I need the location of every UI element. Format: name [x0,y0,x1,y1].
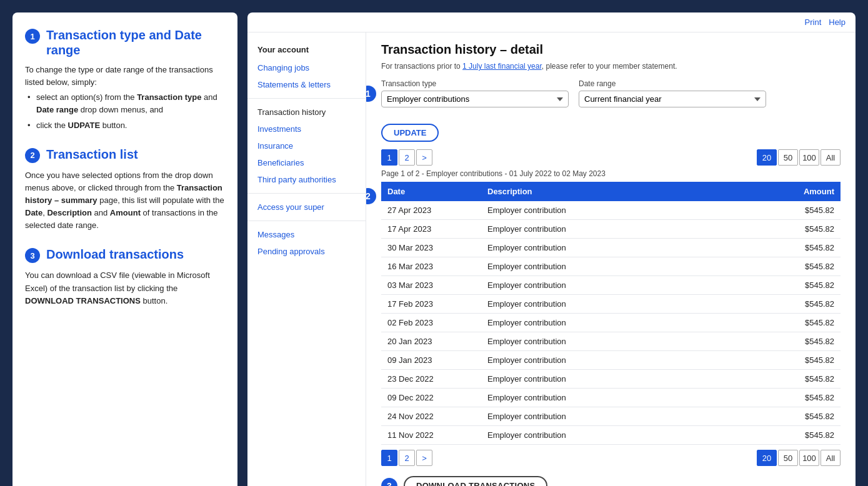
cell-description: Employer contribution [481,314,766,332]
sidebar-item-changing-jobs[interactable]: Changing jobs [247,59,366,76]
table-step-badge: 2 [366,188,376,204]
step-2-body: Once you have selected options from the … [25,169,225,232]
step-1-heading: 1 Transaction type and Date range [25,27,225,57]
step-3-body: You can download a CSV file (viewable in… [25,269,225,307]
table-row: 20 Jan 2023Employer contribution$545.82 [381,332,841,351]
cell-date: 02 Feb 2023 [381,314,481,332]
type-select[interactable]: Employer contributions Member contributi… [381,91,569,107]
table-row: 23 Dec 2022Employer contribution$545.82 [381,370,841,389]
sidebar-item-statements[interactable]: Statements & letters [247,76,366,93]
transaction-table: Date Description Amount 27 Apr 2023Emplo… [381,182,841,445]
cell-amount: $545.82 [766,426,841,445]
sidebar-item-investments[interactable]: Investments [247,121,366,137]
col-header-description: Description [481,182,766,201]
page-title: Transaction history – detail [381,42,841,57]
page-buttons-bottom: 1 2 > [381,450,432,466]
sidebar-item-pending[interactable]: Pending approvals [247,243,366,260]
per-page-50-bottom[interactable]: 50 [778,450,798,466]
nav-divider-1 [247,98,366,99]
cell-date: 20 Jan 2023 [381,332,481,351]
step-1-body: To change the type or date range of the … [25,64,225,132]
help-link[interactable]: Help [829,17,846,27]
sidebar-item-beneficiaries[interactable]: Beneficiaries [247,154,366,171]
col-header-amount: Amount [766,182,841,201]
table-body: 27 Apr 2023Employer contribution$545.821… [381,201,841,445]
per-page-20-bottom[interactable]: 20 [757,450,777,466]
step-1-title: Transaction type and Date range [46,27,225,57]
per-page-all-bottom[interactable]: All [821,450,841,466]
cell-amount: $545.82 [766,276,841,295]
per-page-20-top[interactable]: 20 [757,149,777,166]
cell-date: 17 Feb 2023 [381,295,481,314]
per-page-100-top[interactable]: 100 [799,149,819,166]
cell-date: 23 Dec 2022 [381,370,481,389]
step-2-heading: 2 Transaction list [25,147,225,163]
table-row: 16 Mar 2023Employer contribution$545.82 [381,257,841,276]
cell-description: Employer contribution [481,407,766,426]
cell-date: 24 Nov 2022 [381,407,481,426]
per-page-50-top[interactable]: 50 [778,149,798,166]
cell-amount: $545.82 [766,314,841,332]
cell-description: Employer contribution [481,276,766,295]
cell-description: Employer contribution [481,295,766,314]
step-2-title: Transaction list [46,147,138,162]
top-bar: Print Help [247,12,856,32]
cell-date: 09 Jan 2023 [381,351,481,370]
cell-description: Employer contribution [481,257,766,276]
cell-date: 09 Dec 2022 [381,389,481,407]
filter-step-badge: 1 [366,86,376,102]
page-btn-next-top[interactable]: > [416,149,432,166]
cell-amount: $545.82 [766,239,841,257]
cell-date: 27 Apr 2023 [381,201,481,220]
per-page-100-bottom[interactable]: 100 [799,450,819,466]
sidebar-item-access-super[interactable]: Access your super [247,199,366,216]
sidebar-item-messages[interactable]: Messages [247,226,366,243]
cell-description: Employer contribution [481,220,766,239]
table-row: 17 Feb 2023Employer contribution$545.82 [381,295,841,314]
cell-amount: $545.82 [766,389,841,407]
page-info: Page 1 of 2 - Employer contributions - 0… [381,169,841,178]
pagination-top: 1 2 > 20 50 100 All [381,149,841,166]
date-label: Date range [579,79,766,88]
step-3-heading: 3 Download transactions [25,247,225,263]
print-link[interactable]: Print [805,17,822,27]
cell-description: Employer contribution [481,332,766,351]
nav-divider-3 [247,221,366,221]
cell-description: Employer contribution [481,370,766,389]
step-1-section: 1 Transaction type and Date range To cha… [25,27,225,132]
cell-amount: $545.82 [766,370,841,389]
sidebar-item-transaction-history[interactable]: Transaction history [247,104,366,121]
date-select[interactable]: Current financial year Last financial ye… [579,91,766,107]
page-btn-2-top[interactable]: 2 [399,149,415,166]
left-panel: 1 Transaction type and Date range To cha… [12,12,237,486]
step-3-badge: 3 [25,248,40,263]
step-3-section: 3 Download transactions You can download… [25,247,225,307]
page-btn-next-bottom[interactable]: > [416,450,432,466]
download-inner: 3 DOWNLOAD TRANSACTIONS [381,476,841,486]
cell-description: Employer contribution [481,426,766,445]
download-step-badge: 3 [381,478,397,487]
cell-date: 16 Mar 2023 [381,257,481,276]
cell-amount: $545.82 [766,332,841,351]
sidebar-item-third-party[interactable]: Third party authorities [247,171,366,188]
table-row: 09 Dec 2022Employer contribution$545.82 [381,389,841,407]
cell-amount: $545.82 [766,295,841,314]
cell-description: Employer contribution [481,389,766,407]
notice-link[interactable]: 1 July last financial year [462,62,542,71]
table-row: 17 Apr 2023Employer contribution$545.82 [381,220,841,239]
type-label: Transaction type [381,79,569,88]
download-transactions-button[interactable]: DOWNLOAD TRANSACTIONS [404,476,547,486]
cell-date: 17 Apr 2023 [381,220,481,239]
page-btn-1-top[interactable]: 1 [381,149,397,166]
update-button[interactable]: UPDATE [381,124,439,142]
page-btn-1-bottom[interactable]: 1 [381,450,397,466]
page-buttons-top: 1 2 > [381,149,432,166]
per-page-all-top[interactable]: All [821,149,841,166]
cell-amount: $545.82 [766,220,841,239]
content-area: Your account Changing jobs Statements & … [247,32,856,486]
cell-date: 30 Mar 2023 [381,239,481,257]
page-btn-2-bottom[interactable]: 2 [399,450,415,466]
sidebar-item-insurance[interactable]: Insurance [247,137,366,154]
table-row: 30 Mar 2023Employer contribution$545.82 [381,239,841,257]
table-row: 27 Apr 2023Employer contribution$545.82 [381,201,841,220]
